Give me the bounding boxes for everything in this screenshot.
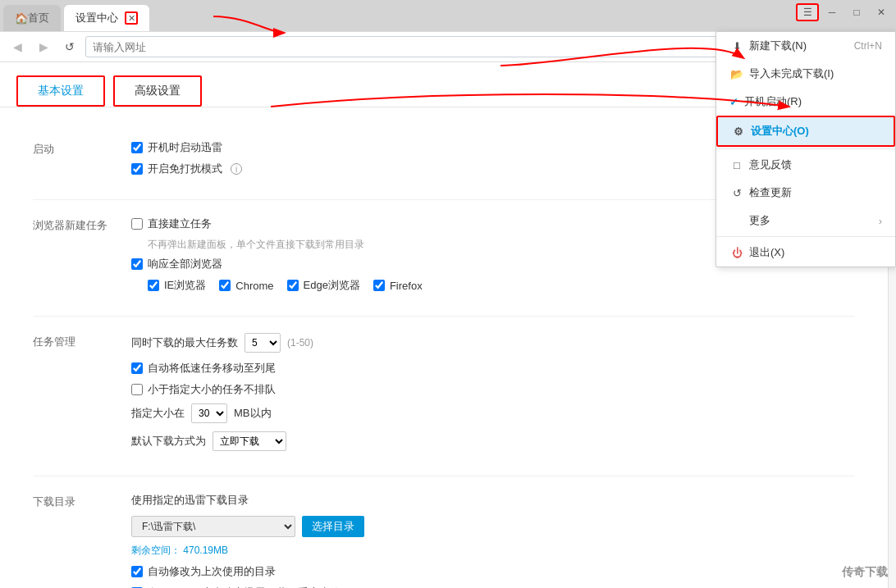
- max-tasks-select[interactable]: 5 1234 102050: [245, 333, 281, 353]
- free-space-row: 剩余空间： 470.19MB: [131, 544, 855, 558]
- window-controls: ☰ ─ □ ✕: [793, 0, 896, 25]
- browser-chrome-label: Chrome: [235, 280, 273, 292]
- dropdown-item-import[interactable]: 📂 导入未完成下载(I): [716, 60, 895, 88]
- tab-settings[interactable]: 设置中心 ✕: [64, 5, 149, 31]
- dropdown-item-settings[interactable]: ⚙ 设置中心(O): [716, 116, 895, 147]
- select-dir-button[interactable]: 选择目录: [302, 516, 364, 537]
- dropdown-item-exit[interactable]: ⏻ 退出(X): [716, 239, 895, 267]
- feedback-label: 意见反馈: [749, 157, 792, 172]
- tab-basic[interactable]: 基本设置: [16, 75, 105, 107]
- browser-task-label: 浏览器新建任务: [33, 217, 131, 299]
- browser-task-checkbox1[interactable]: [131, 218, 143, 230]
- task-mgmt-body: 同时下载的最大任务数 5 1234 102050 (1-50) 自动将低速任务移…: [131, 333, 855, 459]
- settings-icon: ⚙: [731, 125, 746, 138]
- tab-advanced-label: 高级设置: [135, 84, 181, 97]
- close-button[interactable]: ✕: [870, 3, 893, 21]
- browser-chrome-checkbox[interactable]: [219, 280, 231, 291]
- new-download-label: 新建下载(N): [749, 39, 807, 53]
- task-mgmt-label: 任务管理: [33, 333, 131, 459]
- dropdown-item-update[interactable]: ↺ 检查更新: [716, 179, 895, 207]
- update-icon: ↺: [729, 187, 744, 199]
- browser-ie-checkbox[interactable]: [148, 280, 159, 291]
- tab-home[interactable]: 🏠 首页: [3, 5, 61, 31]
- size-row: 指定大小在 30 MB以内: [131, 403, 855, 423]
- browser-task-item1-label: 直接建立任务: [148, 217, 212, 231]
- dir-select-row: F:\迅雷下载\ 选择目录: [131, 516, 855, 537]
- tab-advanced[interactable]: 高级设置: [113, 75, 202, 107]
- import-label: 导入未完成下载(I): [749, 66, 834, 81]
- download-dir-body: 使用指定的迅雷下载目录 F:\迅雷下载\ 选择目录 剩余空间：: [131, 493, 855, 588]
- browser-edge-checkbox[interactable]: [287, 280, 299, 291]
- dropdown-item-startup[interactable]: ✓ 开机启动(R): [716, 88, 895, 116]
- browser-edge: Edge浏览器: [287, 278, 360, 293]
- task-item3-label: 小于指定大小的任务不排队: [148, 382, 276, 397]
- refresh-button[interactable]: ↺: [59, 36, 80, 57]
- dropdown-item-more[interactable]: 更多 ›: [716, 207, 895, 235]
- browser-chrome: Chrome: [219, 278, 273, 293]
- new-download-shortcut: Ctrl+N: [854, 40, 882, 52]
- max-tasks-row: 同时下载的最大任务数 5 1234 102050 (1-50): [131, 333, 855, 353]
- import-icon: 📂: [729, 68, 744, 80]
- download-dir-label: 下载目录: [33, 493, 131, 588]
- size-select[interactable]: 30: [191, 403, 227, 423]
- startup-label: 开机启动(R): [744, 94, 802, 109]
- max-tasks-label: 同时下载的最大任务数: [131, 335, 238, 350]
- dropdown-divider2: [716, 236, 895, 237]
- browser-firefox: Firefox: [373, 278, 423, 293]
- dropdown-menu: ⬇ 新建下载(N) Ctrl+N 📂 导入未完成下载(I) ✓ 开机启动(R) …: [715, 31, 896, 267]
- task-checkbox3[interactable]: [131, 384, 143, 395]
- startup-checkbox2[interactable]: [131, 163, 143, 175]
- default-download-row: 默认下载方式为 立即下载: [131, 431, 855, 451]
- tab-home-label: 首页: [28, 11, 49, 25]
- more-label: 更多: [749, 213, 770, 228]
- back-button[interactable]: ◀: [7, 36, 28, 57]
- browser-list: IE浏览器 Chrome Edge浏览器: [148, 278, 855, 299]
- browser-task-checkbox2[interactable]: [131, 258, 143, 270]
- browser-ie-label: IE浏览器: [164, 278, 206, 293]
- task-item3: 小于指定大小的任务不排队: [131, 382, 855, 397]
- browser-ie: IE浏览器: [148, 278, 206, 293]
- default-download-select[interactable]: 立即下载: [213, 431, 286, 451]
- exit-icon: ⏻: [729, 247, 744, 259]
- settings-center-label: 设置中心(O): [751, 124, 809, 139]
- toolbar-menu-button[interactable]: ☰: [796, 3, 819, 21]
- forward-button[interactable]: ▶: [33, 36, 54, 57]
- tab-basic-label: 基本设置: [38, 84, 84, 97]
- use-specified-dir: 使用指定的迅雷下载目录: [131, 493, 855, 508]
- startup-checkbox1[interactable]: [131, 142, 143, 153]
- info-icon[interactable]: i: [231, 163, 242, 175]
- exit-label: 退出(X): [749, 245, 784, 260]
- maximize-button[interactable]: □: [845, 3, 868, 21]
- startup-item1-label: 开机时启动迅雷: [148, 140, 222, 155]
- startup-item2-label: 开启免打扰模式: [148, 162, 222, 176]
- max-tasks-hint: (1-50): [287, 337, 313, 349]
- use-specified-label: 使用指定的迅雷下载目录: [131, 493, 249, 508]
- dropdown-item-feedback[interactable]: □ 意见反馈: [716, 151, 895, 179]
- new-download-icon: ⬇: [729, 40, 744, 52]
- tab-bar: 🏠 首页 设置中心 ✕ ☰ ─ □ ✕: [0, 0, 896, 31]
- browser-firefox-checkbox[interactable]: [373, 280, 385, 291]
- update-label: 检查更新: [749, 185, 792, 200]
- task-mgmt-section: 任务管理 同时下载的最大任务数 5 1234 102050 (1-50): [33, 317, 855, 476]
- default-download-label: 默认下载方式为: [131, 434, 206, 449]
- task-checkbox2[interactable]: [131, 362, 143, 374]
- feedback-icon: □: [729, 159, 744, 171]
- auto-last-dir-item: 自动修改为上次使用的目录: [131, 564, 855, 579]
- minimize-button[interactable]: ─: [821, 3, 843, 21]
- startup-label: 启动: [33, 140, 131, 183]
- more-arrow-icon: ›: [879, 215, 882, 227]
- watermark: 传奇下载: [842, 565, 888, 580]
- tab-close-icon[interactable]: ✕: [125, 11, 138, 25]
- home-icon: 🏠: [15, 12, 28, 25]
- browser-edge-label: Edge浏览器: [304, 278, 360, 293]
- dropdown-item-new-download[interactable]: ⬇ 新建下载(N) Ctrl+N: [716, 32, 895, 60]
- startup-check-icon: ✓: [729, 96, 741, 108]
- size-label: 指定大小在: [131, 406, 185, 421]
- dir-path-select[interactable]: F:\迅雷下载\: [131, 516, 295, 537]
- browser-window: 🏠 首页 设置中心 ✕ ☰ ─ □ ✕ ◀ ▶ ↺ 基本设置: [0, 0, 896, 588]
- auto-last-dir-label: 自动修改为上次使用的目录: [148, 564, 276, 579]
- dropdown-divider1: [716, 148, 895, 149]
- task-item2-label: 自动将低速任务移动至列尾: [148, 361, 276, 376]
- auto-last-dir-checkbox[interactable]: [131, 566, 143, 577]
- download-dir-section: 下载目录 使用指定的迅雷下载目录 F:\迅雷下载\ 选择目录: [33, 476, 855, 588]
